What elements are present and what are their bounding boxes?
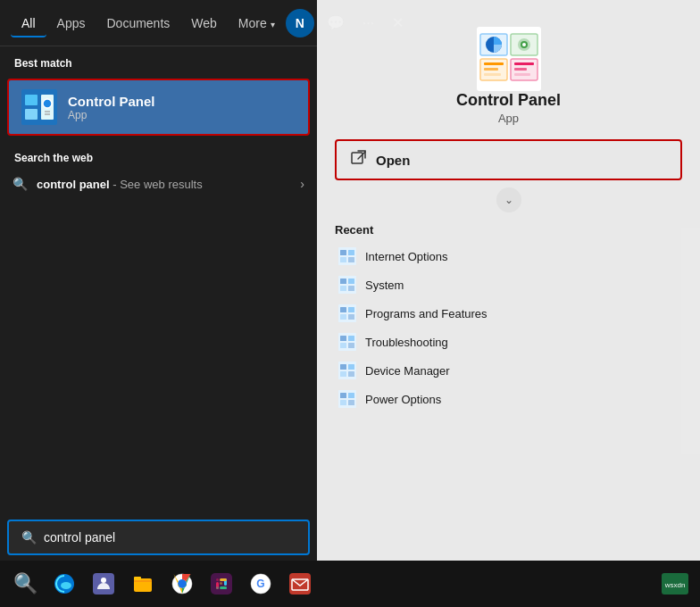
svg-rect-15: [484, 62, 504, 65]
search-web-label: Search the web: [0, 139, 317, 170]
recent-label: Recent: [335, 223, 682, 237]
recent-item-text: Power Options: [365, 393, 441, 406]
recent-item-system[interactable]: System: [335, 270, 682, 299]
svg-rect-58: [134, 578, 152, 592]
svg-rect-31: [348, 279, 354, 284]
taskbar-explorer-icon[interactable]: [125, 566, 161, 602]
svg-rect-48: [348, 371, 354, 377]
taskbar-google-icon[interactable]: G: [243, 566, 279, 602]
taskbar-mail-icon[interactable]: [282, 566, 318, 602]
tab-bar: All Apps Documents Web More N 💬 ··· ✕: [0, 0, 317, 46]
tab-apps[interactable]: Apps: [46, 9, 96, 37]
svg-point-57: [101, 578, 106, 583]
svg-rect-41: [348, 336, 354, 341]
control-panel-icon-large: [477, 27, 541, 91]
svg-rect-35: [340, 307, 346, 312]
svg-rect-52: [340, 400, 346, 405]
svg-rect-50: [340, 393, 346, 398]
svg-rect-47: [340, 371, 346, 377]
power-options-icon: [338, 390, 356, 408]
app-detail-type: App: [498, 112, 519, 125]
svg-rect-43: [348, 343, 354, 348]
best-match-item[interactable]: Control Panel App: [7, 79, 310, 136]
svg-rect-28: [348, 257, 354, 262]
taskbar-search-icon[interactable]: 🔍: [7, 566, 43, 602]
svg-rect-37: [340, 314, 346, 320]
troubleshooting-icon: [338, 333, 356, 351]
svg-rect-27: [340, 257, 346, 262]
search-web-item[interactable]: 🔍 control panel - See web results ›: [0, 170, 317, 198]
svg-rect-51: [348, 393, 354, 398]
svg-point-55: [61, 582, 71, 589]
best-match-label: Best match: [0, 46, 317, 75]
svg-rect-67: [220, 586, 227, 589]
search-input[interactable]: [44, 530, 296, 545]
taskbar-teams-icon[interactable]: [86, 566, 121, 602]
app-detail: Control Panel App: [317, 0, 700, 139]
chevron-down-icon: ⌄: [504, 194, 513, 206]
arrow-right-icon: ›: [300, 177, 304, 191]
recent-section: Recent Internet Options: [317, 220, 700, 413]
svg-rect-53: [348, 400, 354, 405]
taskbar-watermark-icon[interactable]: wsxdn: [657, 566, 693, 602]
recent-item-text: Internet Options: [365, 250, 448, 263]
right-panel: Control Panel App Open ⌄: [317, 0, 700, 561]
svg-rect-26: [348, 250, 354, 255]
open-icon: [351, 150, 367, 170]
svg-text:wsxdn: wsxdn: [664, 581, 686, 589]
recent-item-device-manager[interactable]: Device Manager: [335, 356, 682, 385]
svg-text:G: G: [256, 578, 264, 590]
search-icon: 🔍: [12, 177, 28, 191]
svg-rect-64: [216, 578, 219, 581]
tab-all[interactable]: All: [11, 9, 46, 37]
svg-rect-19: [514, 62, 534, 65]
control-panel-icon-small: [21, 89, 57, 125]
programs-icon: [338, 304, 356, 322]
device-manager-icon: [338, 362, 356, 379]
expand-button[interactable]: ⌄: [496, 187, 521, 212]
svg-rect-45: [340, 364, 346, 370]
svg-rect-38: [348, 314, 354, 320]
recent-item-internet-options[interactable]: Internet Options: [335, 242, 682, 270]
best-match-text: Control Panel App: [68, 94, 155, 121]
tab-web[interactable]: Web: [180, 9, 228, 37]
svg-point-13: [522, 43, 526, 46]
svg-rect-16: [484, 68, 498, 71]
taskbar-chrome-icon[interactable]: [164, 566, 200, 602]
svg-rect-2: [25, 109, 38, 120]
app-detail-name: Control Panel: [456, 91, 561, 110]
tab-more[interactable]: More: [228, 9, 286, 37]
svg-rect-17: [484, 73, 501, 76]
svg-rect-33: [348, 286, 354, 291]
chevron-down-icon: [271, 16, 275, 30]
svg-rect-69: [220, 578, 227, 581]
taskbar-slack-icon[interactable]: [204, 566, 239, 602]
recent-item-troubleshooting[interactable]: Troubleshooting: [335, 328, 682, 356]
recent-item-text: System: [365, 279, 404, 292]
tab-documents[interactable]: Documents: [96, 9, 180, 37]
search-bar-icon: 🔍: [21, 530, 37, 545]
recent-item-text: Programs and Features: [365, 307, 488, 320]
svg-rect-20: [514, 68, 527, 71]
avatar[interactable]: N: [286, 9, 314, 37]
taskbar-edge-icon[interactable]: [46, 566, 82, 602]
search-bar[interactable]: 🔍: [7, 520, 310, 555]
recent-item-power-options[interactable]: Power Options: [335, 385, 682, 413]
svg-rect-32: [340, 286, 346, 291]
svg-rect-21: [514, 73, 530, 76]
taskbar: 🔍: [0, 561, 700, 607]
svg-rect-68: [216, 586, 219, 589]
system-icon: [338, 276, 356, 294]
svg-rect-42: [340, 343, 346, 348]
recent-item-programs[interactable]: Programs and Features: [335, 299, 682, 328]
internet-options-icon: [338, 247, 356, 265]
open-button[interactable]: Open: [335, 139, 682, 180]
svg-point-4: [43, 99, 52, 108]
recent-item-text: Troubleshooting: [365, 336, 448, 349]
search-web-text: control panel - See web results: [37, 178, 291, 191]
svg-rect-1: [25, 95, 38, 105]
svg-rect-36: [348, 307, 354, 312]
open-label: Open: [376, 153, 410, 168]
svg-rect-30: [340, 279, 346, 284]
svg-rect-59: [134, 577, 141, 580]
